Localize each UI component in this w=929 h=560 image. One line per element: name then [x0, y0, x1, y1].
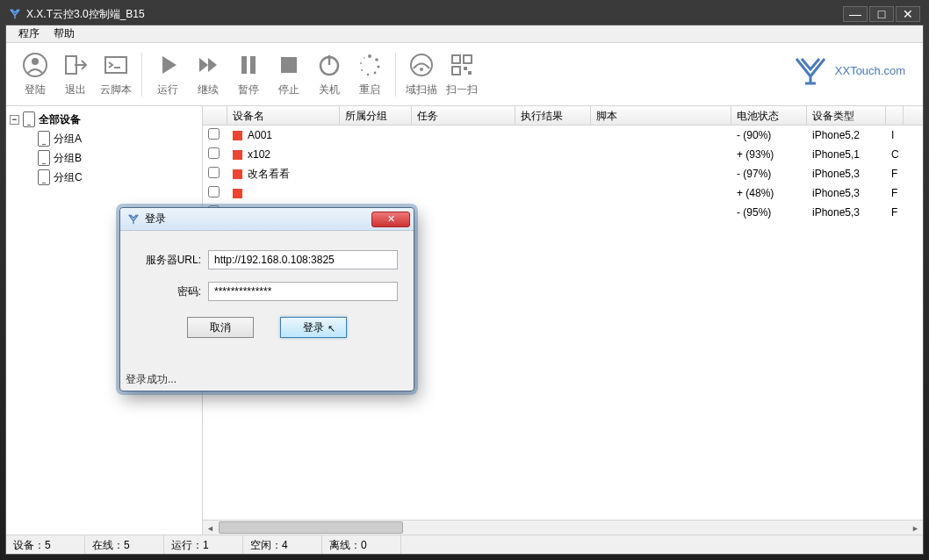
tree-group[interactable]: 分组A — [10, 129, 198, 148]
app-icon — [9, 8, 21, 20]
dialog-close-button[interactable]: ✕ — [371, 212, 410, 227]
server-url-input[interactable] — [208, 250, 398, 269]
device-icon — [38, 150, 50, 166]
status-offline: 离线：0 — [322, 535, 401, 554]
row-checkbox[interactable] — [208, 147, 220, 159]
scroll-left-icon[interactable]: ◄ — [203, 521, 218, 535]
logout-button[interactable]: 退出 — [55, 48, 96, 101]
col-script[interactable]: 脚本 — [591, 106, 731, 125]
col-type[interactable]: 设备类型 — [807, 106, 886, 125]
tree-group[interactable]: 分组B — [10, 148, 198, 168]
svg-point-13 — [367, 74, 369, 75]
svg-point-1 — [32, 58, 39, 65]
cursor-icon: ↖ — [328, 323, 335, 334]
restart-button[interactable]: 重启 — [349, 48, 390, 101]
table-row[interactable]: x102+ (93%)iPhone5,1C — [203, 145, 923, 164]
col-battery[interactable]: 电池状态 — [731, 106, 807, 125]
svg-point-17 — [411, 54, 432, 75]
dialog-status: 登录成功... — [126, 372, 176, 387]
row-checkbox[interactable] — [208, 128, 220, 140]
svg-point-12 — [374, 72, 377, 75]
status-indicator-icon — [233, 150, 242, 160]
minimize-button[interactable]: — — [843, 6, 868, 22]
svg-rect-19 — [452, 55, 460, 63]
menu-bar: 程序 帮助 — [6, 25, 923, 43]
stop-icon — [275, 51, 303, 79]
lan-scan-button[interactable]: 域扫描 — [401, 48, 442, 101]
table-row[interactable]: 改名看看- (97%)iPhone5,3F — [203, 164, 923, 183]
play-icon — [154, 51, 182, 79]
svg-rect-23 — [468, 71, 472, 75]
svg-rect-21 — [452, 67, 460, 75]
col-result[interactable]: 执行结果 — [515, 106, 591, 125]
collapse-icon[interactable]: − — [10, 115, 19, 125]
qr-scan-button[interactable]: 扫一扫 — [442, 48, 482, 101]
cancel-button[interactable]: 取消 — [187, 317, 254, 338]
col-task[interactable]: 任务 — [412, 106, 515, 125]
device-icon — [38, 169, 50, 185]
row-checkbox[interactable] — [208, 167, 220, 178]
continue-button[interactable]: 继续 — [188, 48, 228, 101]
horizontal-scrollbar[interactable]: ◄ ► — [203, 520, 923, 535]
col-device-name[interactable]: 设备名 — [227, 106, 340, 125]
status-idle: 空闲：4 — [243, 535, 322, 554]
titlebar: X.X.T云控3.0控制端_B15 — □ ✕ — [5, 5, 924, 25]
col-group[interactable]: 所属分组 — [340, 106, 412, 125]
pause-icon — [234, 51, 263, 79]
toolbar: 登陆 退出 云脚本 运行 继续 暂停 — [6, 43, 923, 106]
tree-root[interactable]: − 全部设备 — [10, 110, 198, 129]
svg-point-18 — [420, 68, 423, 71]
separator — [141, 53, 142, 97]
svg-rect-6 — [281, 57, 297, 73]
run-button[interactable]: 运行 — [148, 48, 188, 101]
status-bar: 设备：5 在线：5 运行：1 空闲：4 离线：0 — [6, 535, 923, 554]
menu-help[interactable]: 帮助 — [47, 26, 82, 41]
row-checkbox[interactable] — [208, 186, 220, 197]
login-submit-button[interactable]: 登录↖ — [280, 317, 347, 338]
svg-rect-3 — [105, 57, 126, 73]
user-circle-icon — [21, 51, 49, 79]
status-indicator-icon — [233, 169, 242, 179]
device-icon — [23, 111, 35, 127]
dialog-title: 登录 — [145, 212, 166, 226]
power-icon — [315, 51, 343, 79]
cloud-script-button[interactable]: 云脚本 — [96, 48, 136, 101]
status-devices: 设备：5 — [6, 535, 85, 554]
tree-group[interactable]: 分组C — [10, 168, 198, 187]
table-row[interactable]: + (48%)iPhone5,3F — [203, 183, 923, 203]
svg-point-11 — [377, 65, 379, 68]
table-header: 设备名 所属分组 任务 执行结果 脚本 电池状态 设备类型 — [203, 106, 923, 126]
svg-rect-20 — [464, 55, 472, 63]
close-button[interactable]: ✕ — [896, 6, 920, 22]
status-running: 运行：1 — [164, 535, 243, 554]
stop-button[interactable]: 停止 — [269, 48, 309, 101]
loading-icon — [356, 51, 384, 79]
forward-icon — [194, 51, 222, 79]
window-title: X.X.T云控3.0控制端_B15 — [26, 7, 145, 22]
login-button[interactable]: 登陆 — [15, 48, 55, 101]
shutdown-button[interactable]: 关机 — [309, 48, 349, 101]
table-row[interactable]: A001- (90%)iPhone5,2I — [203, 126, 923, 145]
svg-point-15 — [360, 62, 362, 64]
status-online: 在线：5 — [85, 535, 164, 554]
status-indicator-icon — [233, 131, 242, 140]
password-input[interactable] — [208, 282, 398, 301]
radar-icon — [407, 51, 436, 79]
menu-program[interactable]: 程序 — [11, 26, 47, 41]
maximize-button[interactable]: □ — [869, 6, 894, 22]
scroll-thumb[interactable] — [219, 521, 403, 534]
device-icon — [38, 131, 50, 147]
terminal-icon — [102, 51, 130, 79]
brand-icon — [793, 55, 828, 85]
password-label: 密码: — [136, 284, 208, 299]
dialog-titlebar[interactable]: 登录 ✕ — [120, 208, 414, 231]
svg-rect-4 — [241, 56, 247, 74]
svg-rect-5 — [250, 56, 256, 74]
scroll-right-icon[interactable]: ► — [908, 521, 923, 535]
pause-button[interactable]: 暂停 — [228, 48, 269, 101]
svg-point-14 — [361, 69, 363, 71]
exit-icon — [61, 51, 90, 79]
url-label: 服务器URL: — [136, 253, 208, 268]
svg-point-10 — [375, 58, 378, 61]
svg-point-9 — [368, 54, 371, 58]
